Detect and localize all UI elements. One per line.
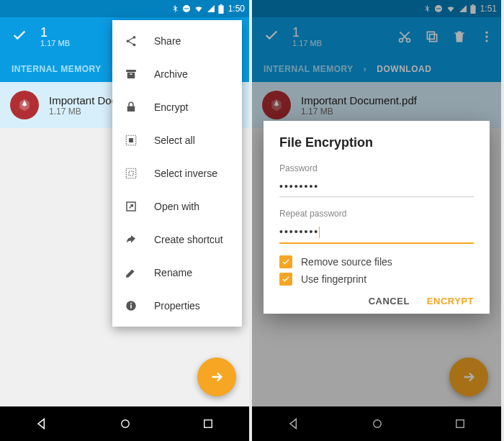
shortcut-icon bbox=[124, 233, 138, 246]
svg-rect-1 bbox=[184, 9, 189, 9]
checkbox-label: Remove source files bbox=[301, 256, 392, 268]
password-field[interactable]: •••••••• bbox=[279, 178, 474, 197]
selection-check-icon[interactable] bbox=[12, 27, 27, 46]
android-nav-bar bbox=[0, 406, 249, 441]
encryption-dialog: File Encryption Password •••••••• Repeat… bbox=[264, 121, 490, 314]
battery-icon bbox=[218, 4, 224, 14]
menu-label: Select inverse bbox=[154, 168, 217, 179]
svg-rect-12 bbox=[129, 138, 133, 142]
svg-rect-7 bbox=[126, 70, 136, 72]
pdf-icon bbox=[10, 91, 39, 119]
checkbox-checked-icon bbox=[279, 273, 292, 286]
menu-open-with[interactable]: Open with bbox=[112, 190, 242, 223]
menu-label: Select all bbox=[154, 135, 195, 146]
svg-point-18 bbox=[130, 303, 132, 304]
nav-back[interactable] bbox=[35, 417, 49, 431]
cancel-button[interactable]: CANCEL bbox=[369, 296, 410, 306]
text-caret bbox=[319, 227, 320, 238]
menu-label: Create shortcut bbox=[154, 234, 223, 245]
status-clock: 1:50 bbox=[228, 4, 245, 14]
menu-share[interactable]: Share bbox=[112, 24, 242, 58]
svg-rect-2 bbox=[220, 4, 222, 5]
lock-icon bbox=[124, 101, 138, 114]
rename-icon bbox=[124, 266, 138, 279]
wifi-icon bbox=[194, 4, 204, 13]
repeat-password-label: Repeat password bbox=[279, 209, 474, 219]
dialog-title: File Encryption bbox=[279, 135, 474, 150]
menu-encrypt[interactable]: Encrypt bbox=[112, 91, 242, 124]
menu-select-inverse[interactable]: Select inverse bbox=[112, 157, 242, 190]
menu-label: Encrypt bbox=[154, 101, 188, 113]
breadcrumb-root[interactable]: INTERNAL MEMORY bbox=[12, 64, 102, 74]
info-icon bbox=[124, 299, 138, 312]
svg-rect-17 bbox=[130, 305, 132, 309]
open-with-icon bbox=[124, 200, 138, 213]
svg-rect-10 bbox=[127, 106, 135, 112]
status-bar: 1:50 bbox=[0, 0, 249, 17]
screen-2: 1:51 1 1.17 MB INTERNAL MEMORY › DOWNLOA… bbox=[252, 0, 501, 441]
menu-archive[interactable]: Archive bbox=[112, 58, 242, 91]
svg-rect-13 bbox=[126, 168, 136, 178]
svg-point-19 bbox=[122, 420, 130, 428]
menu-properties[interactable]: Properties bbox=[112, 289, 242, 322]
bluetooth-icon bbox=[171, 4, 179, 14]
overflow-menu: Share Archive Encrypt Select all Select … bbox=[112, 20, 242, 327]
svg-rect-14 bbox=[129, 171, 133, 176]
share-icon bbox=[124, 35, 138, 47]
menu-label: Share bbox=[154, 35, 181, 47]
archive-icon bbox=[124, 68, 138, 81]
svg-rect-20 bbox=[204, 420, 212, 428]
menu-rename[interactable]: Rename bbox=[112, 256, 242, 289]
checkbox-checked-icon bbox=[279, 255, 292, 268]
menu-label: Archive bbox=[154, 68, 188, 80]
screen-1: 1:50 1 1.17 MB INTERNAL MEMORY › Importa… bbox=[0, 0, 249, 441]
repeat-password-field[interactable]: •••••••• bbox=[279, 223, 474, 244]
encrypt-button[interactable]: ENCRYPT bbox=[427, 296, 474, 306]
menu-label: Open with bbox=[154, 201, 199, 212]
nav-home[interactable] bbox=[119, 417, 132, 430]
svg-rect-9 bbox=[130, 73, 132, 75]
select-inverse-icon bbox=[124, 167, 138, 180]
menu-create-shortcut[interactable]: Create shortcut bbox=[112, 223, 242, 256]
signal-icon bbox=[207, 4, 215, 13]
select-all-icon bbox=[124, 134, 138, 147]
svg-rect-3 bbox=[218, 5, 223, 14]
checkbox-label: Use fingerprint bbox=[301, 273, 366, 285]
password-label: Password bbox=[279, 163, 474, 173]
menu-select-all[interactable]: Select all bbox=[112, 124, 242, 157]
menu-label: Properties bbox=[154, 300, 200, 312]
remove-source-checkbox[interactable]: Remove source files bbox=[279, 255, 474, 268]
menu-label: Rename bbox=[154, 267, 192, 278]
dnd-icon bbox=[182, 4, 191, 13]
nav-recent[interactable] bbox=[202, 417, 215, 430]
svg-rect-8 bbox=[127, 73, 135, 78]
use-fingerprint-checkbox[interactable]: Use fingerprint bbox=[279, 273, 474, 286]
fab-forward[interactable] bbox=[197, 358, 236, 396]
